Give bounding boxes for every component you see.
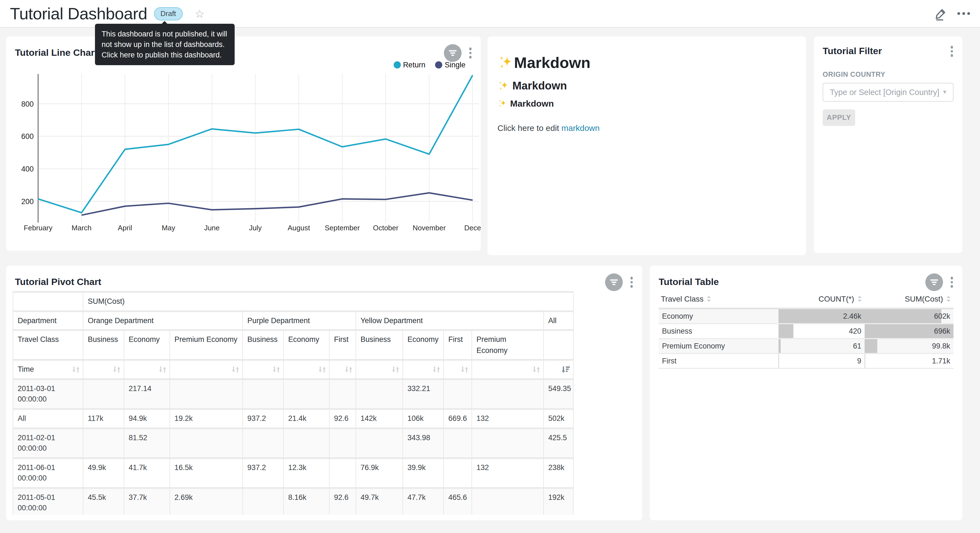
filter-title: Tutorial Filter [822,46,882,57]
line-chart-header: Tutorial Line Chart [6,37,481,62]
app-header: Tutorial Dashboard Draft ☆ [0,0,980,28]
publish-tooltip: This dashboard is not published, it will… [95,24,235,65]
pivot-value-cell [356,380,403,410]
line-chart-title: Tutorial Line Chart [15,48,98,59]
pivot-class-cell: Economy [403,331,444,361]
pivot-row-label: 2011-02-01 00:00:00 [13,429,83,459]
pivot-value-cell: 41.7k [124,459,170,488]
pivot-class-cell: First [329,331,356,361]
panel-table: Tutorial Table Travel Class COUNT(*) SUM… [650,266,963,520]
legend-label: Single [445,61,465,69]
panel-filter: Tutorial Filter ORIGIN COUNTRY Type or S… [814,37,963,253]
table-row: Business 420 696k [659,324,953,339]
table-menu-button[interactable] [949,275,955,289]
x-tick-label: October [373,224,399,232]
sort-button[interactable] [113,365,121,374]
table-row: First 9 1.71k [659,354,953,369]
pivot-row-label: 2011-05-01 00:00:00 [13,489,83,515]
pivot-value-cell [83,429,124,459]
pivot-sort-cell [444,361,472,380]
sparkles-icon [498,80,510,92]
pivot-value-cell: 132 [472,410,544,429]
sparkles-icon [498,99,508,109]
pivot-value-cell [284,380,329,410]
sort-button[interactable] [532,365,541,374]
sort-icon [706,294,712,303]
column-header-count[interactable]: COUNT(*) [778,291,865,309]
pivot-value-cell: 192k [544,489,574,515]
markdown-h1: Markdown [498,54,796,72]
pivot-value-cell: 106k [403,410,444,429]
sort-button[interactable] [345,365,353,374]
column-header-sum-cost[interactable]: SUM(Cost) [865,291,953,309]
table-row: Economy 2.46k 602k [659,309,953,324]
sort-icon [857,294,862,303]
x-tick-label: September [325,224,360,232]
applied-filters-badge[interactable] [605,273,622,291]
sort-button[interactable] [432,365,441,374]
pivot-sort-row: Time [13,361,574,380]
caret-down-icon: ▼ [942,89,947,95]
page-title: Tutorial Dashboard [10,4,147,23]
column-header-travel-class[interactable]: Travel Class [659,291,778,309]
sort-button[interactable] [159,365,167,374]
pivot-sort-cell [83,361,124,380]
pivot-table-container: SUM(Cost) DepartmentOrange DepartmentPur… [13,291,635,515]
pivot-sort-cell [356,361,403,380]
sort-icon [231,365,240,374]
markdown-h2: Markdown [498,80,796,92]
more-menu-button[interactable] [957,12,970,15]
pivot-metric-label: SUM(Cost) [83,293,574,312]
pivot-value-cell [170,429,243,459]
sort-icon [318,365,326,374]
travel-class-cell: Premium Economy [659,339,778,354]
markdown-edit-link[interactable]: markdown [562,123,600,132]
legend-item-return[interactable]: Return [394,61,425,69]
edit-dashboard-button[interactable] [934,7,947,20]
pivot-class-cell: Business [243,331,284,361]
pivot-class-cell: Business [83,331,124,361]
x-tick-label: February [24,224,52,232]
x-tick-label: July [249,224,262,232]
sort-button[interactable] [231,365,240,374]
filter-menu-button[interactable] [949,44,955,58]
apply-button[interactable]: APPLY [822,109,855,126]
sort-button[interactable] [72,365,80,374]
travel-class-cell: First [659,354,778,369]
sum-cost-cell: 602k [865,309,953,324]
line-chart-plot: 200400600800FebruaryMarchAprilMayJuneJul… [6,72,481,238]
pivot-row-label: 2011-03-01 00:00:00 [13,380,83,410]
travel-class-cell: Business [659,324,778,339]
pivot-value-cell [243,380,284,410]
pivot-table: SUM(Cost) DepartmentOrange DepartmentPur… [13,291,574,515]
sort-button[interactable] [391,365,400,374]
table-header-row: Travel Class COUNT(*) SUM(Cost) [659,291,953,309]
sum-cost-cell: 1.71k [865,354,953,369]
pivot-value-cell: 76.9k [356,459,403,488]
sort-button[interactable] [272,365,280,374]
pivot-value-cell [472,489,544,515]
filter-icon [609,277,619,287]
header-actions [934,7,970,20]
sort-button[interactable] [318,365,326,374]
sort-button[interactable] [460,365,469,374]
favorite-star-icon[interactable]: ☆ [195,8,205,19]
pivot-value-cell: 937.2 [243,459,284,488]
table-row: Premium Economy 61 99.8k [659,339,953,354]
pivot-class-cell [544,331,574,361]
pivot-menu-button[interactable] [628,275,635,289]
sort-icon [460,365,469,374]
applied-filters-badge[interactable] [925,273,943,291]
pivot-value-cell: 549.35 [544,380,574,410]
sort-button[interactable] [561,365,570,374]
applied-filters-badge[interactable] [444,44,461,62]
pivot-value-cell [83,380,124,410]
y-tick-label: 800 [21,100,34,108]
pivot-value-cell: 2.69k [170,489,243,515]
line-chart-menu-button[interactable] [467,46,473,60]
pivot-class-cell: Premium Economy [170,331,243,361]
pivot-sort-cell [170,361,243,380]
pivot-class-cell: Business [356,331,403,361]
legend-item-single[interactable]: Single [435,61,465,69]
origin-country-select[interactable]: Type or Select [Origin Country] ▼ [822,83,953,101]
